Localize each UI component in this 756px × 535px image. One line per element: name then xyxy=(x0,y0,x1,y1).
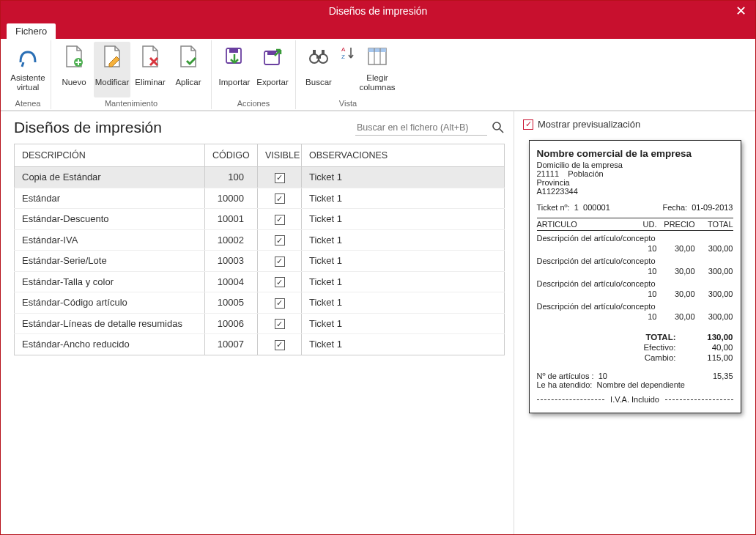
ribbon-group-atenea: Asistente virtual Atenea xyxy=(5,40,51,109)
page-title: Diseños de impresión xyxy=(14,119,355,136)
eliminar-button[interactable]: Eliminar xyxy=(132,42,168,97)
assistant-icon xyxy=(16,45,40,68)
search-input[interactable] xyxy=(355,120,487,136)
sort-az-button[interactable]: AZ xyxy=(338,42,357,97)
eliminar-label: Eliminar xyxy=(135,70,166,96)
svg-rect-7 xyxy=(316,56,321,59)
preview-box: Nombre comercial de la empresa Domicilio… xyxy=(529,140,741,413)
preview-item-ud: 10 xyxy=(632,243,657,254)
table-row[interactable]: Estándar-Descuento10001Ticket 1 xyxy=(15,209,505,230)
cell-obs: Ticket 1 xyxy=(302,334,505,355)
preview-iva: I.V.A. Incluido xyxy=(537,395,733,404)
binoculars-icon xyxy=(307,45,330,68)
preview-item-desc: Descripción del artículo/concepto xyxy=(537,254,733,266)
cell-desc: Estándar-Líneas de detalle resumidas xyxy=(15,313,205,334)
table-row[interactable]: Estándar-IVA10002Ticket 1 xyxy=(15,229,505,251)
preview-item-desc: Descripción del artículo/concepto xyxy=(537,299,733,311)
cell-obs: Ticket 1 xyxy=(302,188,505,209)
cell-visible[interactable] xyxy=(258,313,302,334)
tab-fichero[interactable]: Fichero xyxy=(7,23,56,39)
preview-col-ud: UD. xyxy=(632,218,657,231)
edit-icon xyxy=(100,45,124,68)
preview-col-total: TOTAL xyxy=(695,218,733,231)
table-row[interactable]: Estándar-Código artículo10005Ticket 1 xyxy=(15,292,505,314)
cell-visible[interactable] xyxy=(258,209,302,230)
tabstrip: Fichero xyxy=(1,21,755,39)
svg-point-14 xyxy=(493,122,500,130)
svg-text:Z: Z xyxy=(341,54,345,60)
cell-visible[interactable] xyxy=(258,229,302,251)
svg-rect-2 xyxy=(229,48,238,53)
importar-button[interactable]: Importar xyxy=(216,42,253,97)
preview-item-total: 300,00 xyxy=(695,266,733,276)
buscar-button[interactable]: Buscar xyxy=(300,42,337,97)
preview-item-total: 300,00 xyxy=(695,311,733,322)
cell-visible[interactable] xyxy=(258,167,302,188)
col-header-visible[interactable]: VISIBLE xyxy=(258,144,302,167)
cell-visible[interactable] xyxy=(258,251,302,272)
preview-item-total: 300,00 xyxy=(695,289,733,299)
cell-obs: Ticket 1 xyxy=(302,271,505,292)
sort-az-icon: AZ xyxy=(340,45,356,61)
col-header-obs[interactable]: OBSERVACIONES xyxy=(302,144,505,167)
preview-item-ud: 10 xyxy=(632,311,657,322)
preview-atendido: Le ha atendido: Nombre del dependiente xyxy=(537,380,733,389)
checkbox-icon xyxy=(275,277,285,287)
col-header-code[interactable]: CÓDIGO xyxy=(205,144,258,167)
cell-desc: Estándar xyxy=(15,188,205,209)
cell-obs: Ticket 1 xyxy=(302,229,505,251)
preview-item-precio: 30,00 xyxy=(657,243,695,254)
col-header-desc[interactable]: DESCRIPCIÓN xyxy=(15,144,205,167)
nuevo-button[interactable]: Nuevo xyxy=(56,42,92,97)
cell-visible[interactable] xyxy=(258,334,302,355)
cell-obs: Ticket 1 xyxy=(302,313,505,334)
cell-visible[interactable] xyxy=(258,271,302,292)
cell-code: 10000 xyxy=(205,188,258,209)
show-preview-label: Mostrar previsualización xyxy=(538,119,640,130)
checkbox-icon xyxy=(275,257,285,267)
table-row[interactable]: Estándar-Ancho reducido10007Ticket 1 xyxy=(15,334,505,355)
preview-tax-id: A11223344 xyxy=(537,187,733,196)
exportar-button[interactable]: Exportar xyxy=(254,42,291,97)
window-title: Diseños de impresión xyxy=(329,5,428,17)
show-preview-checkbox[interactable]: Mostrar previsualización xyxy=(523,119,746,130)
cell-desc: Estándar-Ancho reducido xyxy=(15,334,205,355)
modificar-button[interactable]: Modificar xyxy=(94,42,130,97)
preview-company-name: Nombre comercial de la empresa xyxy=(537,148,733,159)
preview-item-precio: 30,00 xyxy=(657,289,695,299)
import-icon xyxy=(223,45,246,68)
cell-code: 10003 xyxy=(205,251,258,272)
apply-icon xyxy=(177,45,200,68)
cell-desc: Estándar-Talla y color xyxy=(15,271,205,292)
table-row[interactable]: Estándar-Talla y color10004Ticket 1 xyxy=(15,271,505,292)
preview-zip-city: 21111 Población xyxy=(537,169,733,178)
table-row[interactable]: Copia de Estándar100Ticket 1 xyxy=(15,167,505,188)
checkbox-icon xyxy=(275,340,285,350)
cell-desc: Estándar-Descuento xyxy=(15,209,205,230)
cell-visible[interactable] xyxy=(258,188,302,209)
checkbox-icon xyxy=(523,119,533,130)
elegir-columnas-button[interactable]: Elegir columnas xyxy=(359,42,396,97)
delete-icon xyxy=(138,45,162,68)
designs-table: DESCRIPCIÓN CÓDIGO VISIBLE OBSERVACIONES… xyxy=(14,144,505,355)
preview-item-ud: 10 xyxy=(632,289,657,299)
close-icon: ✕ xyxy=(735,3,746,19)
cell-code: 10006 xyxy=(205,313,258,334)
aplicar-label: Aplicar xyxy=(175,70,201,96)
close-button[interactable]: ✕ xyxy=(726,1,755,21)
cell-visible[interactable] xyxy=(258,292,302,314)
checkbox-icon xyxy=(275,173,285,183)
table-row[interactable]: Estándar-Serie/Lote10003Ticket 1 xyxy=(15,251,505,272)
assistant-button[interactable]: Asistente virtual xyxy=(10,42,46,97)
cell-code: 10005 xyxy=(205,292,258,314)
preview-totals: TOTAL:130,00 Efectivo:40,00 Cambio:115,0… xyxy=(537,332,733,363)
cell-obs: Ticket 1 xyxy=(302,292,505,314)
aplicar-button[interactable]: Aplicar xyxy=(170,42,207,97)
table-row[interactable]: Estándar10000Ticket 1 xyxy=(15,188,505,209)
search-icon[interactable] xyxy=(492,121,505,134)
columns-icon xyxy=(366,45,389,68)
ribbon-group-mantenimiento: Nuevo Modificar Eliminar xyxy=(51,40,212,109)
elegir-columnas-label: Elegir columnas xyxy=(359,70,395,96)
checkbox-icon xyxy=(275,193,285,204)
table-row[interactable]: Estándar-Líneas de detalle resumidas1000… xyxy=(15,313,505,334)
